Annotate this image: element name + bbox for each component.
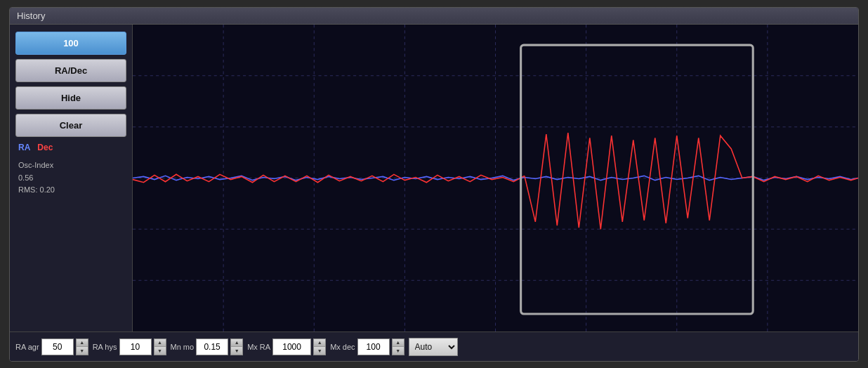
ra-hys-up[interactable]: ▲ xyxy=(154,339,166,347)
chart-area xyxy=(133,25,858,331)
ra-hys-input[interactable] xyxy=(119,339,152,355)
mn-mo-up[interactable]: ▲ xyxy=(231,339,242,347)
left-panel: 100 RA/Dec Hide Clear RA Dec Osc-Index 0… xyxy=(10,25,133,331)
mx-ra-up[interactable]: ▲ xyxy=(314,339,325,347)
legend-ra: RA xyxy=(18,143,30,152)
mx-ra-label: Mx RA xyxy=(247,343,270,351)
mx-ra-spinner: ▲ ▼ xyxy=(313,339,326,355)
bottom-bar: RA agr ▲ ▼ RA hys ▲ ▼ Mn mo ▲ ▼ Mx RA xyxy=(10,331,858,361)
ra-agr-up[interactable]: ▲ xyxy=(77,339,88,347)
osc-index-label: Osc-Index xyxy=(18,159,124,172)
mx-dec-spinner: ▲ ▼ xyxy=(392,339,405,355)
ra-hys-label: RA hys xyxy=(93,343,117,351)
ra-hys-spinner: ▲ ▼ xyxy=(154,339,166,355)
ra-hys-group: RA hys ▲ ▼ xyxy=(93,339,166,355)
mx-dec-group: Mx dec ▲ ▼ xyxy=(330,339,404,355)
ra-agr-group: RA agr ▲ ▼ xyxy=(15,339,88,355)
hide-button[interactable]: Hide xyxy=(15,86,126,110)
window-title: History xyxy=(17,11,45,21)
history-window: History 100 RA/Dec Hide Clear RA Dec Osc… xyxy=(9,7,859,362)
mx-ra-group: Mx RA ▲ ▼ xyxy=(247,339,326,355)
mx-dec-down[interactable]: ▼ xyxy=(393,347,404,355)
mx-ra-input[interactable] xyxy=(272,339,311,355)
mx-dec-input[interactable] xyxy=(357,339,390,355)
ra-agr-spinner: ▲ ▼ xyxy=(76,339,88,355)
auto-select[interactable]: Auto Manual Off xyxy=(409,338,458,356)
ra-hys-down[interactable]: ▼ xyxy=(154,347,166,355)
clear-button[interactable]: Clear xyxy=(15,114,126,137)
mn-mo-label: Mn mo xyxy=(171,343,195,351)
mn-mo-down[interactable]: ▼ xyxy=(231,347,242,355)
value-100-button[interactable]: 100 xyxy=(15,32,126,55)
legend: RA Dec xyxy=(15,141,126,154)
mn-mo-spinner: ▲ ▼ xyxy=(230,339,243,355)
mx-dec-up[interactable]: ▲ xyxy=(393,339,404,347)
legend-dec: Dec xyxy=(37,143,53,152)
mn-mo-group: Mn mo ▲ ▼ xyxy=(171,339,244,355)
ra-agr-down[interactable]: ▼ xyxy=(77,347,88,355)
mn-mo-input[interactable] xyxy=(196,339,228,355)
chart-svg xyxy=(133,25,858,331)
auto-group: Auto Manual Off xyxy=(409,338,458,356)
ra-dec-button[interactable]: RA/Dec xyxy=(15,59,126,82)
title-bar: History xyxy=(10,8,858,25)
osc-index-value: 0.56 xyxy=(18,172,124,185)
ra-agr-label: RA agr xyxy=(15,343,39,351)
rms-label: RMS: 0.20 xyxy=(18,184,124,197)
main-content: 100 RA/Dec Hide Clear RA Dec Osc-Index 0… xyxy=(10,25,858,331)
info-section: Osc-Index 0.56 RMS: 0.20 xyxy=(15,158,126,198)
mx-dec-label: Mx dec xyxy=(330,343,355,351)
mx-ra-down[interactable]: ▼ xyxy=(314,347,325,355)
ra-agr-input[interactable] xyxy=(41,339,74,355)
